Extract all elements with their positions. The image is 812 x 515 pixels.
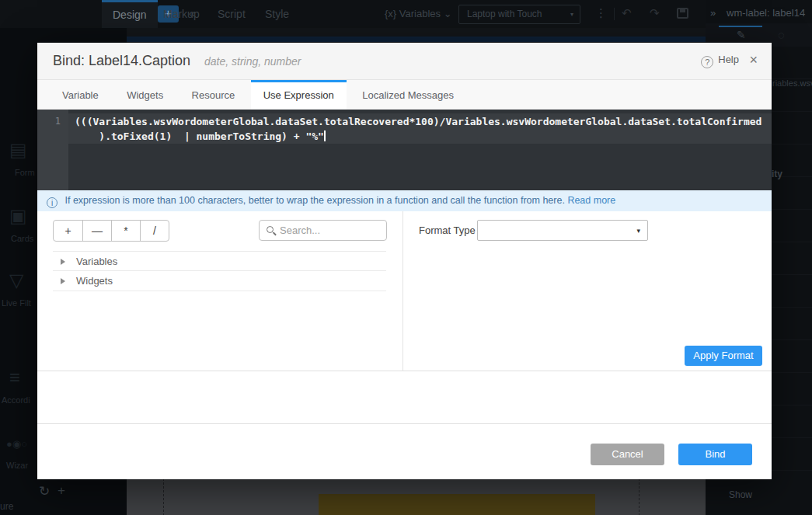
dialog-tabbar: Variable Widgets Resource Use Expression… <box>37 80 772 110</box>
variables-dropdown[interactable]: {x} Variables ⌄ <box>385 8 452 19</box>
palette-icon[interactable]: ◌ <box>778 29 784 41</box>
code-row: (((Variables.wsvWordometerGlobal.dataSet… <box>75 114 766 129</box>
toolbar-divider <box>614 8 615 20</box>
text-cursor <box>324 130 326 141</box>
operator-plus-button[interactable]: + <box>54 221 82 241</box>
editor-gutter: 1 <box>37 110 68 190</box>
palette-item-label: Form <box>15 168 35 177</box>
close-icon[interactable]: × <box>749 52 758 68</box>
selected-widget-title: wm-label: label14 <box>727 7 805 19</box>
operator-button-group: + — * / <box>53 220 169 242</box>
operator-minus-button[interactable]: — <box>82 221 111 241</box>
cancel-button[interactable]: Cancel <box>591 444 664 465</box>
tab-script[interactable]: Script <box>207 0 256 28</box>
binding-tree: Variables Widgets <box>53 251 386 291</box>
tree-item-variables[interactable]: Variables <box>53 251 386 271</box>
help-link[interactable]: ?Help <box>701 54 739 68</box>
format-type-select[interactable]: ▾ <box>477 220 648 241</box>
refresh-icon[interactable]: ↻ <box>39 483 50 499</box>
operator-divide-button[interactable]: / <box>140 221 169 241</box>
line-number: 1 <box>37 116 61 127</box>
tree-item-label: Widgets <box>76 275 113 287</box>
selected-widget-highlight <box>319 494 595 515</box>
property-value-fragment: riables.wsv <box>772 78 812 88</box>
live-filter-icon: ▽ <box>9 271 23 290</box>
save-icon[interactable] <box>677 8 688 19</box>
tab-design[interactable]: Design <box>102 0 158 28</box>
format-type-label: Format Type <box>419 224 476 236</box>
dropdown-arrow-icon: ▾ <box>636 227 640 235</box>
caret-right-icon <box>61 278 65 284</box>
expression-code[interactable]: (((Variables.wsvWordometerGlobal.dataSet… <box>75 114 766 144</box>
palette-item-label: Wizar <box>6 461 28 470</box>
caret-right-icon <box>61 259 65 265</box>
active-tab-underline <box>719 26 762 27</box>
tab-markup[interactable]: Markup <box>152 0 211 28</box>
canvas-top-strip <box>37 28 706 43</box>
search-box <box>259 220 387 241</box>
info-banner: i If expression is more than 100 charact… <box>37 190 772 211</box>
tab-widgets[interactable]: Widgets <box>114 81 176 110</box>
tree-item-widgets[interactable]: Widgets <box>53 271 386 291</box>
device-select-value: Laptop with Touch <box>467 9 542 19</box>
code-row: ).toFixed(1) | numberToString) + "%" <box>75 129 766 144</box>
expression-editor[interactable]: 1 (((Variables.wsvWordometerGlobal.dataS… <box>37 110 772 190</box>
bind-button[interactable]: Bind <box>678 444 752 465</box>
expression-helpers-pane: + — * / Variables Widgets <box>37 211 403 371</box>
add-icon[interactable]: + <box>58 483 65 499</box>
tab-use-expression[interactable]: Use Expression <box>251 80 347 110</box>
tree-item-label: Variables <box>76 256 117 267</box>
form-icon: ▤ <box>9 141 27 159</box>
bind-dialog: Bind: Label14.Caption date, string, numb… <box>37 43 772 479</box>
dialog-title: Bind: Label14.Caption <box>53 53 190 69</box>
property-label-fragment: ity <box>772 169 782 179</box>
search-input[interactable] <box>280 221 384 240</box>
undo-icon[interactable]: ↶ <box>622 6 632 20</box>
selected-element-bar <box>85 37 730 42</box>
variables-dropdown-label: Variables <box>399 8 441 19</box>
pencil-icon[interactable]: ✎ <box>737 29 746 41</box>
dropdown-arrow-icon: ▾ <box>570 5 573 23</box>
tab-style[interactable]: Style <box>254 0 300 28</box>
chevron-down-icon: ⌄ <box>444 8 452 19</box>
cards-icon: ▣ <box>9 207 27 225</box>
redo-icon[interactable]: ↷ <box>650 6 660 20</box>
help-icon: ? <box>701 56 713 68</box>
dialog-footer: Cancel Bind <box>37 423 772 479</box>
tab-resource[interactable]: Resource <box>179 81 248 110</box>
show-label: Show <box>729 489 752 500</box>
read-more-link[interactable]: Read more <box>567 195 615 206</box>
panel-bottom-text-fragment: ure <box>0 501 13 512</box>
palette-item-label: Live Filt <box>2 298 31 308</box>
help-label: Help <box>718 54 739 65</box>
more-menu-icon[interactable]: ⋮ <box>595 6 607 20</box>
operator-multiply-button[interactable]: * <box>111 221 140 241</box>
apply-format-button[interactable]: Apply Format <box>685 346 762 366</box>
variables-braces-icon: {x} <box>385 8 396 19</box>
format-pane: Format Type ▾ Apply Format <box>403 211 772 371</box>
tab-variable[interactable]: Variable <box>50 81 111 110</box>
expand-right-icon[interactable]: » <box>710 7 716 19</box>
device-preview-select[interactable]: Laptop with Touch ▾ <box>458 5 580 24</box>
search-icon <box>267 226 274 233</box>
dialog-subtitle: date, string, number <box>204 55 301 68</box>
palette-item-label: Cards <box>11 234 33 243</box>
info-banner-text: If expression is more than 100 character… <box>64 195 564 206</box>
palette-item-label: Accordi <box>2 395 30 405</box>
dialog-body: + — * / Variables Widgets <box>37 211 772 371</box>
accordion-icon: ≡ <box>9 368 20 387</box>
top-toolbar: + « Design Markup Script Style {x} Varia… <box>0 0 706 28</box>
wizard-icon: ●◉○ <box>6 435 27 454</box>
dialog-header: Bind: Label14.Caption date, string, numb… <box>37 43 772 80</box>
info-icon: i <box>47 197 58 208</box>
tab-localized-messages[interactable]: Localized Messages <box>350 81 466 110</box>
code-row-text: ).toFixed(1) | numberToString) + "%" <box>75 130 324 142</box>
